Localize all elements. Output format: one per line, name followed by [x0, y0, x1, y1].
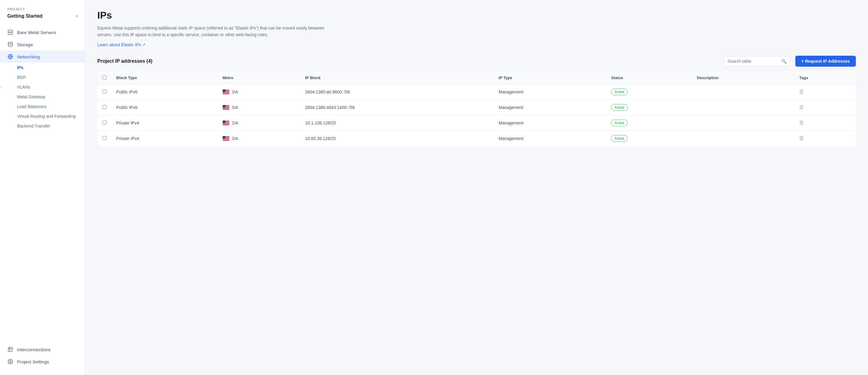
flag-us-icon [223, 105, 229, 110]
cell-ip-type: Management [494, 99, 606, 115]
cell-tags[interactable]: ☰ [795, 99, 856, 115]
select-all-checkbox[interactable] [102, 76, 106, 80]
sidebar-item-bgp[interactable]: BGP [0, 73, 85, 82]
cell-status: Active [606, 131, 692, 146]
cell-metro: DA [218, 99, 301, 115]
learn-link-text: Learn about Elastic IPs [97, 42, 141, 47]
flag-us-icon [223, 89, 229, 94]
storage-icon [7, 41, 13, 48]
networking-sub-nav: IPs BGP VLANs Metal Gateway Load Balance… [0, 63, 85, 131]
cell-status: Active [606, 115, 692, 131]
row-checkbox[interactable] [102, 120, 106, 124]
cell-description [692, 99, 795, 115]
servers-icon [7, 29, 13, 35]
project-label: PROJECT [0, 7, 85, 11]
tags-menu-icon[interactable]: ☰ [799, 120, 804, 125]
sidebar-item-label: Project Settings [17, 359, 49, 364]
cell-ip-type: Management [494, 131, 606, 146]
sidebar-item-label: Interconnections [17, 347, 51, 352]
table-header: Block Type Metro IP Block IP Type Status… [98, 71, 856, 84]
cell-ip-block: 2604:1380:a0:9600::/56 [300, 84, 494, 99]
tags-menu-icon[interactable]: ☰ [799, 89, 804, 94]
sub-item-label: Metal Gateway [17, 94, 45, 99]
cell-ip-type: Management [494, 115, 606, 131]
select-all-header[interactable] [98, 71, 112, 84]
sidebar-item-virtual-routing[interactable]: Virtual Routing and Forwarding [0, 111, 85, 121]
learn-elastic-ips-link[interactable]: Learn about Elastic IPs ↗ [97, 42, 145, 47]
search-box[interactable]: 🔍 [723, 56, 790, 66]
cell-metro: DA [218, 84, 301, 99]
request-btn-label: + Request IP Addresses [801, 59, 850, 64]
sidebar-item-project-settings[interactable]: Project Settings [0, 355, 85, 368]
sidebar-item-ips[interactable]: IPs [0, 63, 85, 73]
main-content: IPs Equinix Metal supports ordering addi… [85, 0, 868, 375]
status-badge: Active [611, 104, 628, 111]
col-tags: Tags [795, 71, 856, 84]
table-row: Public IPv6 DA 2604:1380:4643:1400::/56 … [98, 99, 856, 115]
cell-ip-block: 2604:1380:4643:1400::/56 [300, 99, 494, 115]
cell-description [692, 115, 795, 131]
sub-item-label: Load Balancers [17, 104, 46, 109]
metro-code: DA [232, 89, 238, 94]
cell-block-type: Public IPv6 [111, 99, 218, 115]
cell-tags[interactable]: ☰ [795, 131, 856, 146]
table-title: Project IP addresses (4) [97, 58, 152, 64]
sub-item-label: Backend Transfer [17, 123, 51, 128]
svg-point-7 [10, 361, 11, 363]
cell-block-type: Private IPv4 [111, 131, 218, 146]
col-ip-type: IP Type [494, 71, 606, 84]
project-selector[interactable]: Getting Started ▾ [0, 13, 85, 19]
project-name: Getting Started [7, 13, 42, 19]
sub-item-label: Virtual Routing and Forwarding [17, 114, 76, 119]
cell-tags[interactable]: ☰ [795, 84, 856, 99]
search-icon: 🔍 [781, 59, 786, 64]
col-block-type: Block Type [111, 71, 218, 84]
row-checkbox-cell[interactable] [98, 99, 112, 115]
row-checkbox-cell[interactable] [98, 131, 112, 146]
cell-block-type: Private IPv4 [111, 115, 218, 131]
table-header-row: Project IP addresses (4) 🔍 + Request IP … [97, 56, 856, 67]
svg-point-4 [8, 42, 12, 44]
col-description: Description [692, 71, 795, 84]
sidebar-item-storage[interactable]: Storage [0, 38, 85, 51]
row-checkbox[interactable] [102, 89, 106, 93]
sidebar-item-backend-transfer[interactable]: Backend Transfer [0, 121, 85, 131]
cell-status: Active [606, 99, 692, 115]
sidebar-item-networking[interactable]: Networking [0, 51, 85, 63]
sidebar-item-interconnections[interactable]: Interconnections [0, 343, 85, 355]
sub-item-label: VLANs [17, 85, 30, 89]
svg-rect-0 [8, 30, 13, 32]
cell-ip-block: 10.65.38.128/25 [300, 131, 494, 146]
row-checkbox-cell[interactable] [98, 84, 112, 99]
table-row: Public IPv6 DA 2604:1380:a0:9600::/56 Ma… [98, 84, 856, 99]
cell-description [692, 84, 795, 99]
tags-menu-icon[interactable]: ☰ [799, 105, 804, 110]
request-ip-addresses-button[interactable]: + Request IP Addresses [795, 56, 856, 67]
col-metro: Metro [218, 71, 301, 84]
sidebar-item-metal-gateway[interactable]: Metal Gateway [0, 92, 85, 102]
tags-menu-icon[interactable]: ☰ [799, 136, 804, 141]
cell-metro: DA [218, 131, 301, 146]
sidebar-item-load-balancers[interactable]: Load Balancers [0, 102, 85, 111]
row-checkbox[interactable] [102, 136, 106, 140]
status-badge: Active [611, 120, 628, 126]
sidebar-item-vlans[interactable]: VLANs [0, 82, 85, 92]
table-row: Private IPv4 DA 10.65.38.128/25 Manageme… [98, 131, 856, 146]
svg-rect-1 [8, 33, 13, 35]
row-checkbox-cell[interactable] [98, 115, 112, 131]
cell-tags[interactable]: ☰ [795, 115, 856, 131]
search-input[interactable] [727, 59, 779, 64]
col-status: Status [606, 71, 692, 84]
cell-ip-block: 10.1.108.128/25 [300, 115, 494, 131]
external-link-icon: ↗ [142, 42, 145, 47]
chevron-down-icon: ▾ [76, 14, 78, 18]
row-checkbox[interactable] [102, 105, 106, 109]
status-badge: Active [611, 89, 628, 95]
sidebar-item-label: Storage [17, 42, 33, 47]
sidebar-bottom: Interconnections Project Settings [0, 339, 85, 368]
table-controls: 🔍 + Request IP Addresses [723, 56, 856, 67]
sidebar: PROJECT Getting Started ▾ Bare Metal Ser… [0, 0, 85, 375]
sidebar-item-bare-metal[interactable]: Bare Metal Servers [0, 26, 85, 38]
table-row: Private IPv4 DA 10.1.108.128/25 Manageme… [98, 115, 856, 131]
sub-item-label: IPs [17, 65, 23, 70]
